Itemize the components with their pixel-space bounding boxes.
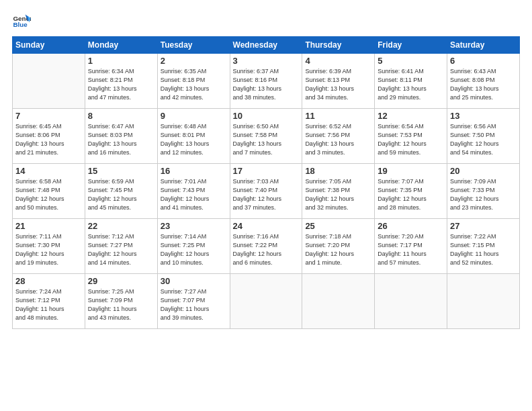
header: General Blue (12, 12, 520, 31)
calendar-cell (13, 54, 85, 109)
calendar-cell: 17Sunrise: 7:03 AM Sunset: 7:40 PM Dayli… (230, 164, 302, 219)
calendar-cell: 16Sunrise: 7:01 AM Sunset: 7:43 PM Dayli… (157, 164, 230, 219)
day-number: 18 (305, 166, 371, 176)
day-number: 3 (233, 56, 300, 66)
day-number: 13 (450, 111, 517, 121)
day-number: 29 (88, 276, 154, 286)
logo-icon: General Blue (12, 12, 31, 31)
day-info: Sunrise: 7:18 AM Sunset: 7:20 PM Dayligh… (305, 232, 371, 267)
day-number: 14 (15, 166, 82, 176)
day-info: Sunrise: 7:20 AM Sunset: 7:17 PM Dayligh… (378, 232, 444, 267)
day-info: Sunrise: 6:35 AM Sunset: 8:18 PM Dayligh… (161, 67, 227, 102)
calendar-cell: 28Sunrise: 7:24 AM Sunset: 7:12 PM Dayli… (13, 274, 85, 329)
day-number: 7 (15, 111, 82, 121)
day-info: Sunrise: 7:22 AM Sunset: 7:15 PM Dayligh… (450, 232, 517, 267)
week-row-3: 14Sunrise: 6:58 AM Sunset: 7:48 PM Dayli… (13, 164, 520, 219)
calendar-cell: 6Sunrise: 6:43 AM Sunset: 8:08 PM Daylig… (447, 54, 520, 109)
day-info: Sunrise: 7:05 AM Sunset: 7:38 PM Dayligh… (305, 177, 371, 212)
day-number: 5 (378, 56, 444, 66)
day-number: 21 (15, 221, 82, 231)
day-info: Sunrise: 6:34 AM Sunset: 8:21 PM Dayligh… (88, 67, 154, 102)
day-number: 4 (305, 56, 371, 66)
calendar-cell: 7Sunrise: 6:45 AM Sunset: 8:06 PM Daylig… (13, 109, 85, 164)
day-info: Sunrise: 7:27 AM Sunset: 7:07 PM Dayligh… (161, 287, 227, 322)
svg-text:Blue: Blue (13, 21, 28, 28)
day-info: Sunrise: 6:54 AM Sunset: 7:53 PM Dayligh… (378, 122, 444, 157)
calendar-cell: 12Sunrise: 6:54 AM Sunset: 7:53 PM Dayli… (375, 109, 447, 164)
day-number: 9 (161, 111, 227, 121)
day-info: Sunrise: 6:59 AM Sunset: 7:45 PM Dayligh… (88, 177, 154, 212)
days-of-week-row: SundayMondayTuesdayWednesdayThursdayFrid… (13, 37, 520, 54)
calendar-cell: 13Sunrise: 6:56 AM Sunset: 7:50 PM Dayli… (447, 109, 520, 164)
calendar-cell: 27Sunrise: 7:22 AM Sunset: 7:15 PM Dayli… (447, 219, 520, 274)
calendar-cell: 8Sunrise: 6:47 AM Sunset: 8:03 PM Daylig… (85, 109, 157, 164)
calendar-cell: 15Sunrise: 6:59 AM Sunset: 7:45 PM Dayli… (85, 164, 157, 219)
day-info: Sunrise: 7:16 AM Sunset: 7:22 PM Dayligh… (233, 232, 300, 267)
calendar-cell: 19Sunrise: 7:07 AM Sunset: 7:35 PM Dayli… (375, 164, 447, 219)
calendar-cell: 2Sunrise: 6:35 AM Sunset: 8:18 PM Daylig… (157, 54, 230, 109)
calendar-cell (302, 274, 375, 329)
week-row-4: 21Sunrise: 7:11 AM Sunset: 7:30 PM Dayli… (13, 219, 520, 274)
calendar-cell: 30Sunrise: 7:27 AM Sunset: 7:07 PM Dayli… (157, 274, 230, 329)
day-info: Sunrise: 6:39 AM Sunset: 8:13 PM Dayligh… (305, 67, 371, 102)
day-number: 6 (450, 56, 517, 66)
day-header-sunday: Sunday (13, 37, 85, 54)
calendar-cell: 9Sunrise: 6:48 AM Sunset: 8:01 PM Daylig… (157, 109, 230, 164)
calendar-cell: 3Sunrise: 6:37 AM Sunset: 8:16 PM Daylig… (230, 54, 302, 109)
day-number: 25 (305, 221, 371, 231)
calendar-cell: 21Sunrise: 7:11 AM Sunset: 7:30 PM Dayli… (13, 219, 85, 274)
day-number: 8 (88, 111, 154, 121)
day-info: Sunrise: 6:58 AM Sunset: 7:48 PM Dayligh… (15, 177, 82, 212)
logo: General Blue (12, 12, 34, 31)
day-info: Sunrise: 7:14 AM Sunset: 7:25 PM Dayligh… (161, 232, 227, 267)
calendar-table: SundayMondayTuesdayWednesdayThursdayFrid… (12, 36, 520, 329)
day-number: 1 (88, 56, 154, 66)
calendar-cell: 14Sunrise: 6:58 AM Sunset: 7:48 PM Dayli… (13, 164, 85, 219)
calendar-cell (375, 274, 447, 329)
day-number: 10 (233, 111, 300, 121)
day-number: 11 (305, 111, 371, 121)
page: General Blue SundayMondayTuesdayWednesda… (0, 0, 532, 411)
calendar-cell: 5Sunrise: 6:41 AM Sunset: 8:11 PM Daylig… (375, 54, 447, 109)
day-number: 16 (161, 166, 227, 176)
week-row-5: 28Sunrise: 7:24 AM Sunset: 7:12 PM Dayli… (13, 274, 520, 329)
day-info: Sunrise: 6:50 AM Sunset: 7:58 PM Dayligh… (233, 122, 300, 157)
day-number: 22 (88, 221, 154, 231)
day-info: Sunrise: 7:24 AM Sunset: 7:12 PM Dayligh… (15, 287, 82, 322)
day-number: 24 (233, 221, 300, 231)
day-number: 17 (233, 166, 300, 176)
day-number: 28 (15, 276, 82, 286)
week-row-2: 7Sunrise: 6:45 AM Sunset: 8:06 PM Daylig… (13, 109, 520, 164)
calendar-cell: 29Sunrise: 7:25 AM Sunset: 7:09 PM Dayli… (85, 274, 157, 329)
day-info: Sunrise: 7:25 AM Sunset: 7:09 PM Dayligh… (88, 287, 154, 322)
day-info: Sunrise: 6:56 AM Sunset: 7:50 PM Dayligh… (450, 122, 517, 157)
day-info: Sunrise: 7:03 AM Sunset: 7:40 PM Dayligh… (233, 177, 300, 212)
calendar-cell (447, 274, 520, 329)
day-header-tuesday: Tuesday (157, 37, 230, 54)
calendar-cell: 1Sunrise: 6:34 AM Sunset: 8:21 PM Daylig… (85, 54, 157, 109)
week-row-1: 1Sunrise: 6:34 AM Sunset: 8:21 PM Daylig… (13, 54, 520, 109)
day-info: Sunrise: 6:43 AM Sunset: 8:08 PM Dayligh… (450, 67, 517, 102)
calendar-cell: 10Sunrise: 6:50 AM Sunset: 7:58 PM Dayli… (230, 109, 302, 164)
calendar-cell: 23Sunrise: 7:14 AM Sunset: 7:25 PM Dayli… (157, 219, 230, 274)
calendar-cell (230, 274, 302, 329)
day-header-friday: Friday (375, 37, 447, 54)
calendar-cell: 11Sunrise: 6:52 AM Sunset: 7:56 PM Dayli… (302, 109, 375, 164)
day-header-saturday: Saturday (447, 37, 520, 54)
day-info: Sunrise: 6:47 AM Sunset: 8:03 PM Dayligh… (88, 122, 154, 157)
day-header-thursday: Thursday (302, 37, 375, 54)
day-info: Sunrise: 6:45 AM Sunset: 8:06 PM Dayligh… (15, 122, 82, 157)
day-number: 27 (450, 221, 517, 231)
day-number: 2 (161, 56, 227, 66)
day-info: Sunrise: 6:52 AM Sunset: 7:56 PM Dayligh… (305, 122, 371, 157)
day-number: 20 (450, 166, 517, 176)
day-info: Sunrise: 6:41 AM Sunset: 8:11 PM Dayligh… (378, 67, 444, 102)
calendar-header: SundayMondayTuesdayWednesdayThursdayFrid… (13, 37, 520, 54)
day-number: 19 (378, 166, 444, 176)
day-info: Sunrise: 7:11 AM Sunset: 7:30 PM Dayligh… (15, 232, 82, 267)
day-number: 26 (378, 221, 444, 231)
day-number: 12 (378, 111, 444, 121)
day-info: Sunrise: 7:07 AM Sunset: 7:35 PM Dayligh… (378, 177, 444, 212)
calendar-cell: 20Sunrise: 7:09 AM Sunset: 7:33 PM Dayli… (447, 164, 520, 219)
day-info: Sunrise: 6:48 AM Sunset: 8:01 PM Dayligh… (161, 122, 227, 157)
